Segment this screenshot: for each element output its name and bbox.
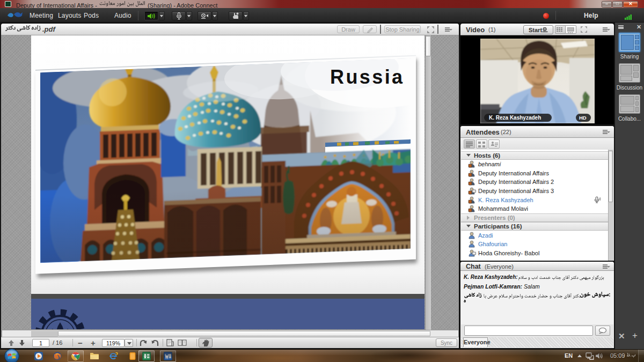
svg-text:HD: HD — [579, 115, 587, 121]
svg-text:K. Reza Kashyzadeh: K. Reza Kashyzadeh — [489, 115, 541, 121]
svg-text:Russia: Russia — [330, 66, 404, 88]
